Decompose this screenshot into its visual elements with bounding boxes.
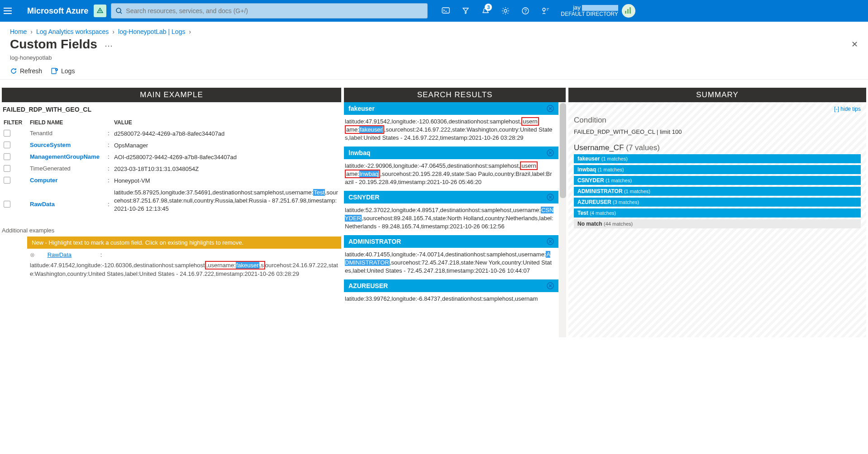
upgrade-icon[interactable] (94, 5, 106, 17)
logs-icon (51, 67, 58, 75)
filter-checkbox[interactable] (4, 153, 10, 160)
menu-icon[interactable] (4, 8, 22, 14)
field-value-rawdata[interactable]: latitude:55.87925,longitude:37.54691,des… (113, 187, 340, 214)
value-row[interactable]: AZUREUSER (3 matches) (574, 198, 861, 207)
filter-checkbox[interactable] (4, 165, 10, 172)
chevron-right-icon: › (189, 28, 191, 35)
remove-icon[interactable]: ⊗ (30, 251, 35, 258)
user-block[interactable]: jay DEFAULT DIRECTORY (561, 4, 635, 18)
main-col-header: MAIN EXAMPLE (2, 88, 341, 102)
search-result-body: latitude:40.71455,longitude:-74.00714,de… (344, 248, 558, 275)
red-annotation-box: usern (521, 117, 539, 126)
highlight[interactable]: lnwbaq (359, 170, 379, 177)
value-row[interactable]: Test (4 matches) (574, 208, 861, 218)
bc-home[interactable]: Home (10, 28, 27, 35)
global-search[interactable] (111, 3, 428, 19)
highlight[interactable]: CSNYDER (345, 207, 553, 222)
search-result-title[interactable]: CSNYDER (344, 191, 558, 203)
search-result-title[interactable]: ADMINISTRATOR (344, 235, 558, 248)
search-result-item: lnwbaqlatitude:-22.90906,longitude:-47.0… (344, 147, 558, 186)
refresh-icon (10, 67, 17, 75)
field-value: OpsManager (113, 140, 340, 151)
value-row[interactable]: ADMINISTRATOR (1 matches) (574, 187, 861, 196)
red-annotation-box: usern (520, 161, 538, 170)
filter-checkbox[interactable] (4, 177, 10, 184)
table-name: FAILED_RDP_WITH_GEO_CL (2, 102, 341, 117)
field-name: TenantId (30, 130, 52, 137)
filter-icon[interactable] (457, 2, 475, 20)
svg-rect-7 (625, 11, 626, 14)
search-col-header: SEARCH RESULTS (344, 88, 566, 102)
th-filter: FILTER (3, 118, 28, 128)
azure-top-bar: Microsoft Azure 3 ? jay DEFAULT DIRECTOR… (0, 0, 868, 22)
field-name-link[interactable]: Computer (30, 177, 57, 184)
summary-col-header: SUMMARY (568, 88, 866, 102)
filter-checkbox[interactable] (4, 201, 10, 208)
help-icon[interactable]: ? (516, 2, 534, 20)
search-result-body: latitude:-22.90906,longitude:-47.06455,d… (344, 159, 558, 186)
notification-icon[interactable]: 3 (477, 2, 495, 20)
summary-panel: [-] hide tips Condition FAILED_RDP_WITH_… (568, 102, 866, 337)
search-icon (116, 8, 122, 14)
edit-icon[interactable] (547, 282, 554, 289)
svg-point-3 (504, 9, 507, 12)
search-result-title[interactable]: fakeuser (344, 102, 558, 115)
th-value: VALUE (113, 118, 340, 128)
feedback-icon[interactable] (536, 2, 554, 20)
bc-resource[interactable]: log-HoneypotLab | Logs (118, 28, 185, 35)
summary-col: SUMMARY [-] hide tips Condition FAILED_R… (568, 88, 866, 337)
svg-text:?: ? (524, 8, 527, 14)
highlight[interactable]: ADMINISTRATOR (345, 251, 550, 266)
highlight[interactable]: Test (313, 189, 325, 196)
additional-rawdata-text[interactable]: latitude:47.91542,longitude:-120.60306,d… (27, 261, 341, 278)
field-name-link[interactable]: SourceSystem (30, 142, 71, 148)
chevron-right-icon: › (112, 28, 114, 35)
value-row-nomatch[interactable]: No match (44 matches) (574, 219, 861, 228)
svg-point-6 (543, 8, 545, 11)
search-result-title[interactable]: AZUREUSER (344, 279, 558, 292)
highlight[interactable]: fakeuser (236, 262, 259, 269)
additional-rawdata-row: ⊗ RawData : (27, 249, 341, 261)
edit-icon[interactable] (547, 149, 554, 156)
breadcrumb: Home › Log Analytics workspaces › log-Ho… (0, 22, 868, 37)
edit-icon[interactable] (547, 105, 554, 112)
svg-point-1 (116, 8, 121, 13)
settings-icon[interactable] (496, 2, 515, 20)
svg-rect-9 (630, 7, 631, 14)
close-icon[interactable]: ✕ (851, 39, 858, 49)
rawdata-link[interactable]: RawData (48, 251, 72, 258)
scrollbar-track[interactable] (559, 103, 566, 337)
scrollbar-thumb[interactable] (560, 103, 566, 198)
bc-workspaces[interactable]: Log Analytics workspaces (36, 28, 109, 35)
global-search-input[interactable] (126, 7, 423, 14)
field-row: TimeGenerated:2023-03-18T10:31:31.034805… (3, 164, 340, 175)
value-row[interactable]: fakeuser (1 matches) (574, 154, 861, 163)
svg-rect-8 (627, 9, 629, 14)
user-name: jay (573, 4, 581, 11)
edit-icon[interactable] (547, 238, 554, 245)
field-value: Honeypot-VM (113, 175, 340, 186)
logs-button[interactable]: Logs (51, 67, 75, 75)
highlight[interactable]: fakeuser (359, 126, 383, 133)
refresh-button[interactable]: Refresh (10, 67, 42, 75)
brand-label[interactable]: Microsoft Azure (27, 6, 88, 16)
field-row: Computer:Honeypot-VM (3, 175, 340, 186)
more-icon[interactable]: ⋯ (105, 41, 113, 51)
search-result-item: fakeuserlatitude:47.91542,longitude:-120… (344, 102, 558, 142)
value-row[interactable]: lnwbaq (1 matches) (574, 165, 861, 174)
search-result-item: ADMINISTRATORlatitude:40.71455,longitude… (344, 235, 558, 275)
svg-point-0 (100, 10, 101, 12)
search-result-title[interactable]: lnwbaq (344, 147, 558, 159)
svg-rect-2 (442, 8, 449, 13)
field-name-link[interactable]: ManagementGroupName (30, 153, 100, 160)
field-name-link[interactable]: RawData (30, 201, 55, 208)
filter-checkbox[interactable] (4, 130, 10, 137)
fields-table: FILTER FIELD NAME VALUE TenantId:d258007… (2, 117, 341, 215)
avatar[interactable] (622, 4, 635, 18)
value-row[interactable]: CSNYDER (1 matches) (574, 176, 861, 185)
filter-checkbox[interactable] (4, 142, 10, 148)
hide-tips-link[interactable]: [-] hide tips (574, 106, 861, 112)
cloud-shell-icon[interactable] (437, 2, 455, 20)
edit-icon[interactable] (547, 194, 554, 201)
toolbar: Refresh Logs (0, 61, 868, 80)
